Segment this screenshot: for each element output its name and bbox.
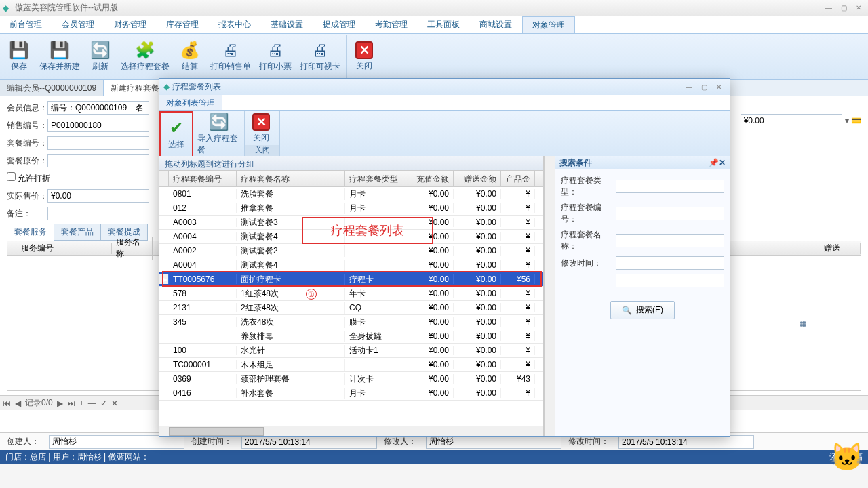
app-icon: ◆ [3, 3, 12, 13]
table-row[interactable]: 5781红茶48次年卡¥0.00¥0.00¥ [159, 287, 543, 301]
toolbar-btn-4[interactable]: 💰结算 [174, 35, 206, 78]
menu-2[interactable]: 财务管理 [104, 16, 157, 33]
table-row[interactable]: ▸TT0005676面护疗程卡疗程卡¥0.00¥0.00¥56 [159, 272, 543, 287]
toolbar-icon-3: 🧩 [136, 41, 155, 60]
search-panel-title: 搜索条件 [559, 157, 709, 169]
table-row[interactable]: A0002测试套餐2¥0.00¥0.00¥ [159, 244, 543, 258]
search-type-combo[interactable] [616, 180, 724, 193]
col-gift[interactable]: 赠送 [820, 243, 861, 254]
table-row[interactable]: 21312红茶48次CQ¥0.00¥0.00¥ [159, 301, 543, 315]
member-info-field[interactable] [47, 101, 149, 115]
close-button[interactable]: ✕ 关闭 [348, 35, 380, 78]
col-package-type[interactable]: 疗程套餐类型 [345, 171, 406, 186]
table-row[interactable]: A0004测试套餐4¥0.00¥0.00¥ [159, 258, 543, 272]
package-no-field[interactable] [47, 136, 149, 150]
col-service-no[interactable]: 服务编号 [17, 243, 112, 254]
main-menu: 前台管理会员管理财务管理库存管理报表中心基础设置提成管理考勤管理工具面板商城设置… [0, 16, 868, 34]
col-service-name[interactable]: 服务名称 [112, 237, 153, 260]
dialog-minimize-icon[interactable]: — [682, 82, 696, 92]
col-product-amount[interactable]: 产品金 [501, 171, 535, 186]
dialog-close-icon[interactable]: ✕ [712, 82, 726, 92]
package-list-dialog: ◆ 疗程套餐列表 — ▢ ✕ 对象列表管理 ✔ 选择 🔄 导入疗程套餐 ② 记录… [159, 78, 730, 437]
allow-discount-checkbox[interactable]: 允许打折 [7, 172, 50, 184]
real-price-label: 实际售价： [7, 190, 47, 202]
toolbar-icon-5: 🖨 [221, 41, 240, 60]
close-icon[interactable]: ✕ [852, 3, 865, 13]
table-row[interactable]: TC000001木木组足¥0.00¥0.00¥ [159, 358, 543, 372]
search-close-icon[interactable]: ✕ [719, 158, 726, 167]
select-button[interactable]: ✔ 选择 [159, 111, 193, 157]
table-row[interactable]: 100水光针活动卡1¥0.00¥0.00¥ [159, 344, 543, 358]
table-row[interactable]: 345洗衣48次膜卡¥0.00¥0.00¥ [159, 315, 543, 329]
col-package-no[interactable]: 疗程套餐编号 [169, 171, 237, 186]
toolbar-btn-1[interactable]: 💾保存并新建 [35, 35, 84, 78]
menu-5[interactable]: 基础设置 [261, 16, 313, 33]
table-row[interactable]: 0369颈部护理套餐计次卡¥0.00¥0.00¥43 [159, 372, 543, 386]
package-price-label: 套餐原价： [7, 155, 47, 167]
menu-1[interactable]: 会员管理 [52, 16, 104, 33]
nav-next-icon[interactable]: ▶ [57, 399, 63, 408]
toolbar-btn-0[interactable]: 💾保存 [3, 35, 35, 78]
member-info-label: 会员信息： [7, 102, 47, 114]
package-price-field[interactable] [47, 154, 149, 167]
search-mtime-to[interactable] [616, 274, 724, 287]
dialog-toolbar-close-button[interactable]: ✕ 关闭 [245, 111, 277, 145]
search-button[interactable]: 🔍搜索(E) [610, 301, 675, 319]
horizontal-scrollbar[interactable] [159, 426, 543, 436]
main-toolbar: 💾保存💾保存并新建🔄刷新🧩选择疗程套餐💰结算🖨打印销售单🖨打印小票🖨打印可视卡 … [0, 34, 868, 80]
search-name-input[interactable] [616, 234, 724, 247]
vertical-scrollbar[interactable] [544, 156, 555, 436]
status-bar: 门店：总店 | 用户：周怡杉 | 傲蓝网站： 还有 0 幅 [0, 450, 868, 464]
tab-edit-member[interactable]: 编辑会员--Q0000000109 [0, 80, 104, 96]
table-row[interactable]: 012推拿套餐月卡¥0.00¥0.00¥ [159, 201, 543, 216]
search-no-input[interactable] [616, 207, 724, 220]
dialog-tab-object-list[interactable]: 对象列表管理 [159, 95, 222, 110]
col-package-name[interactable]: 疗程套餐名称 [237, 171, 345, 186]
search-icon: 🔍 [622, 306, 632, 315]
toolbar-btn-6[interactable]: 🖨打印小票 [255, 35, 296, 78]
package-grid: 拖动列标题到这进行分组 疗程套餐编号 疗程套餐名称 疗程套餐类型 充值金额 赠送… [159, 156, 544, 436]
search-mtime-from[interactable] [616, 256, 724, 270]
toolbar-btn-3[interactable]: 🧩选择疗程套餐 [117, 35, 174, 78]
menu-6[interactable]: 提成管理 [313, 16, 366, 33]
remark-label: 备注： [7, 208, 47, 220]
col-gift-amount[interactable]: 赠送金额 [454, 171, 501, 186]
tab-new-package[interactable]: 新建疗程套餐 [104, 80, 167, 96]
menu-4[interactable]: 报表中心 [209, 16, 261, 33]
maximize-icon[interactable]: ▢ [837, 3, 850, 13]
subtab-0[interactable]: 套餐服务 [7, 224, 54, 241]
real-price-field[interactable] [47, 189, 149, 203]
table-row[interactable]: 养颜排毒全身拔罐¥0.00¥0.00¥ [159, 329, 543, 344]
nav-last-icon[interactable]: ⏭ [67, 399, 75, 408]
dialog-title: 疗程套餐列表 [172, 81, 682, 93]
menu-9[interactable]: 商城设置 [470, 16, 522, 33]
sale-no-field[interactable] [47, 119, 149, 132]
package-no-label: 套餐编号： [7, 138, 47, 149]
table-row[interactable]: A0003测试套餐3¥0.00¥0.00¥ [159, 216, 543, 230]
menu-10[interactable]: 对象管理 [522, 16, 575, 33]
pin-icon[interactable]: 📌 [709, 158, 719, 167]
toolbar-btn-2[interactable]: 🔄刷新 [84, 35, 117, 78]
group-hint[interactable]: 拖动列标题到这进行分组 [159, 156, 543, 171]
col-recharge[interactable]: 充值金额 [406, 171, 454, 186]
dialog-maximize-icon[interactable]: ▢ [697, 82, 711, 92]
toolbar-icon-4: 💰 [180, 41, 199, 60]
minimize-icon[interactable]: — [822, 3, 835, 13]
menu-8[interactable]: 工具面板 [418, 16, 470, 33]
table-row[interactable]: A0004测试套餐4¥0.00¥0.00¥ [159, 230, 543, 244]
nav-prev-icon[interactable]: ◀ [15, 399, 21, 408]
menu-7[interactable]: 考勤管理 [366, 16, 418, 33]
check-icon: ✔ [167, 119, 186, 138]
grid-header: 疗程套餐编号 疗程套餐名称 疗程套餐类型 充值金额 赠送金额 产品金 [159, 171, 543, 187]
toolbar-btn-7[interactable]: 🖨打印可视卡 [296, 35, 344, 78]
menu-0[interactable]: 前台管理 [0, 16, 52, 33]
table-row[interactable]: 0801洗脸套餐月卡¥0.00¥0.00¥ [159, 187, 543, 201]
dialog-icon: ◆ [163, 82, 170, 92]
import-package-button[interactable]: 🔄 导入疗程套餐 [193, 111, 244, 157]
menu-3[interactable]: 库存管理 [157, 16, 209, 33]
remark-field[interactable] [47, 207, 149, 220]
nav-first-icon[interactable]: ⏮ [3, 399, 11, 408]
toolbar-btn-5[interactable]: 🖨打印销售单 [206, 35, 255, 78]
subtab-1[interactable]: 套餐产品 [54, 224, 101, 241]
table-row[interactable]: 0416补水套餐月卡¥0.00¥0.00¥ [159, 386, 543, 401]
